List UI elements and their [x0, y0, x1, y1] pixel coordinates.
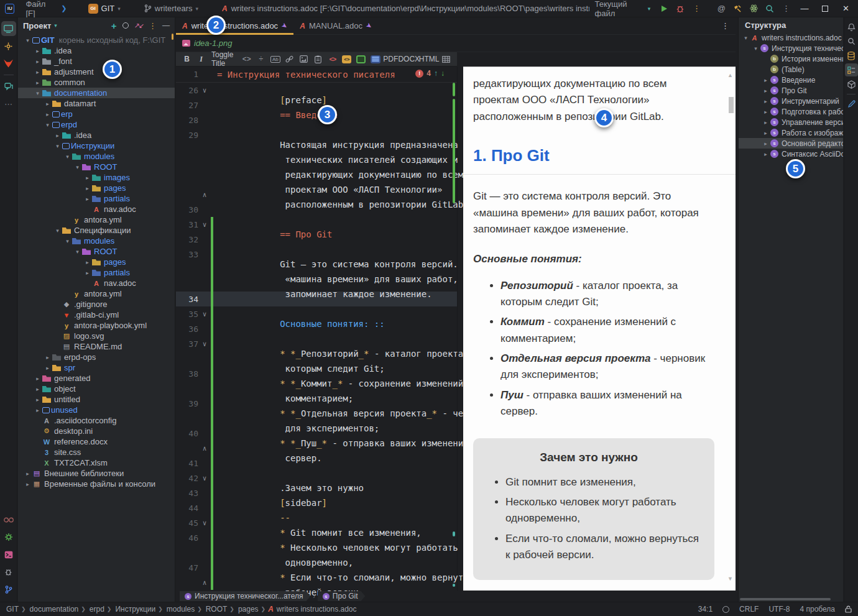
structure-item[interactable]: ▸ Работа с изображени — [739, 127, 843, 138]
modules-button[interactable] — [845, 78, 858, 91]
horizontal-rule-button[interactable]: ÷ — [255, 53, 267, 65]
database-button[interactable] — [845, 49, 858, 62]
fold-toggle-icon[interactable]: ∨ — [198, 86, 211, 94]
fold-toggle-icon[interactable]: ∨ — [198, 221, 211, 229]
structure-item[interactable]: ▸ Основной редактор — [739, 138, 843, 149]
editor-tab[interactable]: A MANUAL.adoc ➤ — [293, 17, 378, 34]
tree-chevron-icon[interactable]: ▸ — [761, 130, 770, 136]
project-tree-item[interactable]: ▸ pages — [18, 257, 175, 267]
export-html-button[interactable]: HTML — [420, 53, 438, 65]
pin-icon[interactable]: ➤ — [280, 21, 289, 31]
project-tree-item[interactable]: ▼ .gitlab-ci.yml — [18, 310, 175, 320]
expand-collapse-icons[interactable]: ↗↙ — [134, 22, 143, 30]
fold-toggle-icon[interactable]: ∧ — [198, 191, 211, 199]
nav-crumb[interactable]: Инструкции — [115, 605, 155, 614]
tree-chevron-icon[interactable]: ▸ — [761, 109, 770, 115]
view-preview-only-button[interactable] — [355, 53, 367, 65]
structure-item[interactable]: ▸ Введение — [739, 75, 843, 85]
tree-chevron-icon[interactable]: ▸ — [761, 88, 770, 94]
insert-image-button[interactable] — [298, 53, 310, 65]
add-icon[interactable]: + — [111, 21, 117, 31]
nav-crumb[interactable]: modules — [167, 605, 195, 614]
comments-tool-button[interactable] — [1, 79, 16, 94]
project-tree-item[interactable]: ▸ unused — [18, 405, 175, 415]
project-panel-title[interactable]: Проект ▾ — [23, 21, 57, 30]
structure-tool-button[interactable] — [845, 63, 858, 76]
encoding-selector[interactable]: UTF-8 — [768, 605, 790, 614]
commit-tool-button[interactable] — [1, 39, 16, 53]
window-file-title[interactable]: A writers instructions.adoc [F:\GIT\docu… — [222, 4, 589, 13]
inspections-widget[interactable]: ! 4 ↑ ↓ — [415, 69, 445, 78]
project-tree-item[interactable]: y antora.yml — [18, 214, 175, 225]
structure-item[interactable]: История изменений — [739, 53, 843, 64]
asciidoc-pencil-button[interactable] — [845, 98, 858, 111]
tab-options-kebab-icon[interactable]: ⋮ — [721, 17, 736, 34]
asciidoc-preview-pane[interactable]: редактирующих документацию по всем проек… — [463, 67, 736, 591]
project-tree-item[interactable]: ▸ common — [18, 77, 175, 88]
project-tree-item[interactable]: ▸ .idea — [18, 130, 175, 140]
structure-item[interactable]: ▸ Управление версиями — [739, 117, 843, 127]
profiler-mask-button[interactable] — [1, 512, 16, 527]
nav-crumb[interactable]: GIT — [6, 605, 19, 614]
tree-chevron-icon[interactable]: ▸ — [43, 111, 52, 117]
bold-button[interactable]: B — [181, 53, 193, 65]
tree-chevron-icon[interactable]: ▸ — [23, 481, 32, 487]
menu-expand-chevron[interactable]: ❯ — [61, 4, 67, 12]
table-button[interactable] — [440, 53, 452, 65]
project-tree-item[interactable]: X TXT2CAT.xlsm — [18, 457, 175, 468]
tree-chevron-icon[interactable]: ▾ — [63, 154, 72, 160]
code-block-button[interactable]: <> — [326, 53, 338, 65]
project-tree-item[interactable]: ▸ ▦ Временные файлы и консоли — [18, 479, 175, 489]
git-tool-button[interactable] — [1, 582, 16, 597]
structure-item[interactable]: ▸ Инструментарий — [739, 96, 843, 106]
project-tree-item[interactable]: ▸ partials — [18, 267, 175, 278]
locate-icon[interactable] — [122, 22, 129, 29]
tree-chevron-icon[interactable]: ▾ — [63, 238, 72, 244]
view-split-button[interactable] — [369, 53, 381, 65]
tree-chevron-icon[interactable]: ▾ — [53, 143, 62, 149]
debug-button[interactable] — [673, 1, 688, 16]
more-options-button[interactable]: ⋮ — [778, 1, 793, 16]
project-tree-item[interactable]: ▸ ▤ Внешние библиотеки — [18, 468, 175, 479]
more-tool-windows-button[interactable]: ⋯ — [1, 96, 16, 111]
branch-widget[interactable]: writertears ▾ — [139, 1, 203, 16]
tree-chevron-icon[interactable]: ▾ — [23, 37, 32, 44]
next-error-arrow-icon[interactable]: ↓ — [441, 69, 445, 78]
project-tree-item[interactable]: ▾ ROOT — [18, 246, 175, 257]
project-tree-item[interactable]: ▸ erpd-ops — [18, 352, 175, 362]
project-tree-item[interactable]: ▸ spr — [18, 362, 175, 373]
science-button[interactable] — [746, 1, 761, 16]
minimize-button[interactable]: — — [795, 1, 814, 17]
horizontal-scrollbar-thumb[interactable] — [740, 598, 831, 600]
find-button[interactable] — [845, 35, 858, 48]
fold-toggle-icon[interactable]: ∨ — [198, 340, 211, 348]
structure-item[interactable]: ▾ Инструкция техническо — [739, 43, 843, 53]
tree-chevron-icon[interactable]: ▸ — [33, 58, 42, 65]
lock-icon[interactable] — [845, 605, 852, 613]
tree-chevron-icon[interactable]: ▾ — [73, 164, 82, 170]
pin-icon[interactable]: ➤ — [364, 21, 374, 31]
tree-chevron-icon[interactable]: ▸ — [33, 397, 42, 403]
tab-label-idea-1-png[interactable]: idea-1.png — [194, 39, 232, 48]
project-tree-item[interactable]: W reference.docx — [18, 436, 175, 447]
project-tree-item[interactable]: ▾ erpd — [18, 119, 175, 130]
project-tree-item[interactable]: 3 site.css — [18, 447, 175, 457]
options-kebab-icon[interactable]: ⋮ — [149, 21, 157, 30]
project-tree-item[interactable]: ▸ object — [18, 384, 175, 394]
link-button[interactable] — [284, 53, 295, 65]
tree-chevron-icon[interactable]: ▾ — [53, 228, 62, 234]
tree-chevron-icon[interactable]: ▸ — [23, 471, 32, 477]
project-tree-item[interactable]: ▤ README.md — [18, 341, 175, 352]
caret-position[interactable]: 34:1 — [698, 605, 713, 614]
tree-chevron-icon[interactable]: ▸ — [53, 132, 62, 139]
nav-crumb[interactable]: ROOT — [206, 605, 228, 614]
fold-toggle-icon[interactable]: ∨ — [198, 310, 211, 318]
inspections-circle-icon[interactable] — [722, 606, 729, 613]
tree-chevron-icon[interactable]: ▸ — [43, 101, 52, 107]
structure-item[interactable]: ▸ Про Git — [739, 85, 843, 96]
error-stripe[interactable] — [449, 67, 457, 591]
tree-chevron-icon[interactable]: ▸ — [33, 69, 42, 75]
fold-toggle-icon[interactable]: ∧ — [198, 444, 211, 453]
tree-chevron-icon[interactable]: ▸ — [83, 196, 92, 202]
hide-panel-icon[interactable]: — — [162, 21, 170, 30]
